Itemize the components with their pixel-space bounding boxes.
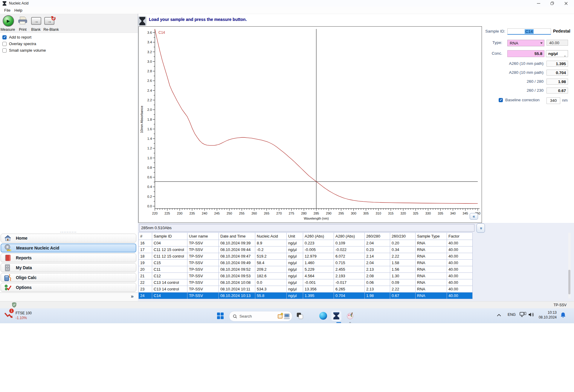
menu-bar: File Help (0, 7, 574, 14)
table-header-cell[interactable]: Sample Type (416, 233, 447, 240)
shield-icon (12, 302, 16, 308)
start-button[interactable] (215, 311, 225, 321)
volume-icon[interactable] (528, 312, 535, 318)
small-sample-volume-checkbox[interactable]: Small sample volume (2, 48, 46, 53)
table-row[interactable]: 22C13 14 controlTP-SSV08.10.2024 10:080.… (139, 279, 473, 286)
collapse-panel-button[interactable]: « (470, 213, 478, 220)
sidebar-item-measure-nucleic-acid[interactable]: Measure Nucleic Acid (1, 244, 136, 252)
table-header-cell[interactable]: 260/280 (365, 233, 390, 240)
pedestal-mode-label: Pedestal (553, 29, 570, 33)
spectrum-chart[interactable]: 2202252302352402452502552602652702752802… (139, 27, 482, 223)
table-header-cell[interactable]: # (139, 233, 152, 240)
blank-button[interactable]: → (31, 17, 41, 25)
table-header-cell[interactable]: Nucleic Acid (255, 233, 287, 240)
a280-value: 0.704 (546, 70, 568, 76)
panel-splitter-handle[interactable]: ▪▪▪▪▪▪▪▪▪▪ (48, 231, 90, 233)
svg-text:0.2: 0.2 (147, 195, 152, 198)
checkbox-icon[interactable] (499, 98, 503, 102)
notifications-button[interactable] (561, 312, 566, 319)
sidebar-item-home[interactable]: Home (1, 234, 136, 243)
status-user: TP-SSV (554, 303, 567, 307)
collapse-table-button[interactable]: « (477, 223, 485, 233)
windows-logo-icon (217, 312, 224, 319)
tray-hidden-icons-button[interactable] (497, 313, 501, 318)
svg-text:0.4: 0.4 (147, 185, 152, 189)
conc-unit-dropdown[interactable]: ng/µl ⌄ (546, 50, 568, 57)
checkbox-icon[interactable] (2, 48, 7, 53)
table-row[interactable]: 23C13 14 controlTP-SSV08.10.2024 10:1153… (139, 286, 473, 293)
nanodrop-app-icon (333, 312, 340, 319)
sidebar-item-label: Options (16, 285, 32, 290)
table-header-cell[interactable]: 260/230 (390, 233, 416, 240)
svg-text:10mm Absorbance: 10mm Absorbance (140, 106, 144, 133)
minimize-button[interactable] (532, 0, 545, 7)
conc-value-field[interactable]: 55.8 (507, 50, 544, 57)
title-bar: Nucleic Acid (0, 0, 574, 7)
sidebar-item-reports[interactable]: Reports (1, 253, 136, 262)
reports-icon (4, 254, 12, 262)
sidebar-item-oligo-calc[interactable]: Oligo Calc (1, 273, 136, 282)
svg-text:345: 345 (462, 212, 468, 215)
svg-text:280: 280 (301, 212, 306, 215)
options-icon (4, 284, 12, 291)
baseline-correction-label: Baseline correction (505, 98, 540, 102)
checkbox-icon[interactable] (2, 42, 7, 46)
clock[interactable]: 10:13 08.10.2024 (539, 310, 557, 320)
overlay-spectra-checkbox[interactable]: Overlay spectra (2, 42, 36, 46)
svg-text:2.8: 2.8 (147, 69, 152, 73)
sample-id-value: C14 (525, 29, 534, 34)
language-indicator[interactable]: ENG (508, 313, 516, 317)
menu-file[interactable]: File (3, 8, 12, 13)
checkbox-icon[interactable] (2, 35, 7, 39)
network-icon[interactable] (520, 312, 526, 318)
close-button[interactable] (559, 0, 573, 7)
task-view-button[interactable] (295, 311, 305, 321)
type-dropdown[interactable]: RNA (507, 40, 544, 46)
table-row[interactable]: 18C11 12 15 controlTP-SSV08.10.2024 09:4… (139, 253, 473, 260)
svg-text:330: 330 (425, 212, 431, 215)
restore-button[interactable] (546, 0, 559, 7)
ratio-260-230-value: 0.67 (546, 88, 568, 94)
table-header-cell[interactable]: Factor (447, 233, 473, 240)
table-header-cell[interactable]: Date and Time (219, 233, 255, 240)
table-row[interactable]: 17C11 12 15 controlTP-SSV08.10.2024 09:4… (139, 246, 473, 253)
svg-text:275: 275 (289, 212, 294, 215)
tray-date: 08.10.2024 (539, 315, 557, 320)
sidebar-item-my-data[interactable]: My Data (1, 263, 136, 272)
reblank-button[interactable]: → ↻ (44, 17, 54, 25)
table-row[interactable]: 24C14TP-SSV08.10.2024 10:1355.8ng/µl1.39… (139, 293, 473, 299)
table-scrollbar-thumb[interactable] (568, 270, 570, 294)
sidebar-expand-button[interactable]: » (131, 293, 134, 299)
table-header-cell[interactable]: Unit (287, 233, 303, 240)
table-row[interactable]: 21C12TP-SSV08.10.2024 09:53182.6ng/µl4.5… (139, 273, 473, 279)
taskbar-search[interactable]: Search (229, 311, 292, 321)
edge-browser-button[interactable] (318, 311, 328, 321)
svg-text:2.2: 2.2 (147, 98, 152, 102)
svg-text:3.2: 3.2 (147, 50, 152, 54)
results-table[interactable]: #Sample IDUser nameDate and TimeNucleic … (138, 232, 473, 299)
table-header-cell[interactable]: A260 (Abs) (303, 233, 334, 240)
baseline-wavelength-field[interactable]: 340 (546, 97, 560, 104)
nanodrop-app-button[interactable] (331, 311, 341, 321)
table-row[interactable]: 19C15TP-SSV08.10.2024 09:4958.4ng/µl1.46… (139, 260, 473, 266)
svg-text:325: 325 (413, 212, 418, 215)
table-header-cell[interactable]: Sample ID (152, 233, 187, 240)
print-button[interactable] (18, 16, 28, 26)
sample-id-input[interactable]: C14 (507, 28, 551, 35)
table-row[interactable]: 20C11TP-SSV08.10.2024 09:52209.2ng/µl5.2… (139, 266, 473, 273)
svg-text:245: 245 (214, 212, 220, 215)
paint-app-button[interactable] (345, 311, 355, 321)
baseline-correction-checkbox[interactable]: Baseline correction (499, 98, 540, 102)
table-header-cell[interactable]: User name (187, 233, 219, 240)
results-table-body: 16C04TP-SSV08.10.2024 09:398.9ng/µl0.223… (139, 240, 473, 299)
taskbar-widget[interactable]: 1 FTSE 100 -1.10% (0, 308, 66, 323)
menu-help[interactable]: Help (13, 8, 24, 13)
table-header-cell[interactable]: A280 (Abs) (334, 233, 365, 240)
sidebar-item-label: My Data (16, 265, 32, 270)
table-row[interactable]: 16C04TP-SSV08.10.2024 09:398.9ng/µl0.223… (139, 240, 473, 246)
add-to-report-checkbox[interactable]: Add to report (2, 35, 31, 39)
edge-icon (319, 312, 327, 320)
sidebar-item-options[interactable]: Options (1, 283, 136, 292)
cursor-readout-field[interactable]: 285nm 0.510Abs (139, 224, 474, 232)
measure-button[interactable]: ▶ (3, 15, 14, 27)
